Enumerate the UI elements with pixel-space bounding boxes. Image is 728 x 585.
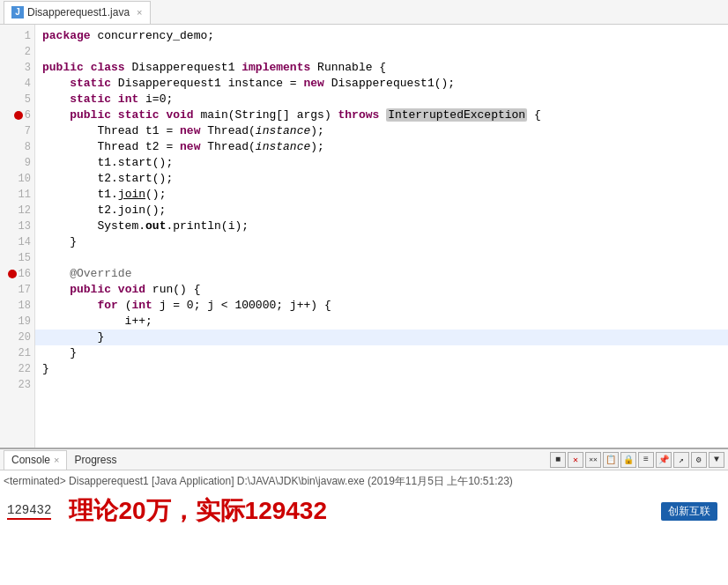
line-numbers: 1 2 3 4 5 6 7 8 9 10 11 12 13 14 15 16 1…: [0, 25, 35, 449]
java-icon: J: [11, 6, 24, 19]
code-line-4: static Disapperequest1 instance = new Di…: [35, 76, 728, 92]
pin-button[interactable]: 📌: [656, 452, 672, 468]
code-line-15: [35, 250, 728, 266]
minimize-button[interactable]: ▼: [709, 452, 724, 468]
code-content: package concurrency_demo; public class D…: [35, 25, 728, 449]
code-line-5: static int i=0;: [35, 92, 728, 107]
line-num-12: 12: [0, 203, 34, 218]
line-num-2: 2: [0, 44, 34, 60]
code-line-19: i++;: [35, 314, 728, 330]
tab-close-icon[interactable]: ×: [137, 7, 142, 18]
line-num-6: 6: [0, 107, 34, 123]
console-tab[interactable]: Console ×: [4, 450, 67, 470]
code-line-3: public class Disapperequest1 implements …: [35, 60, 728, 76]
terminate-button[interactable]: ✕: [568, 452, 583, 468]
logo-text: 创新互联: [668, 504, 710, 519]
code-line-17: public void run() {: [35, 282, 728, 298]
console-body: <terminated> Disapperequest1 [Java Appli…: [0, 470, 728, 533]
code-line-16: @Override: [35, 266, 728, 282]
console-output-value: 129432: [7, 503, 51, 520]
open-console-button[interactable]: ↗: [673, 452, 689, 468]
word-wrap-button[interactable]: ≡: [638, 452, 654, 468]
code-line-6: public static void main(String[] args) t…: [35, 107, 728, 123]
code-line-14: }: [35, 234, 728, 250]
line-num-16: 16: [0, 266, 34, 282]
progress-tab-label: Progress: [74, 454, 116, 466]
code-line-22: }: [35, 361, 728, 377]
code-line-7: Thread t1 = new Thread(instance);: [35, 123, 728, 139]
tab-filename: Disapperequest1.java: [27, 6, 130, 19]
code-line-23: [35, 377, 728, 393]
code-line-8: Thread t2 = new Thread(instance);: [35, 139, 728, 155]
editor-container: J Disapperequest1.java × 1 2 3 4 5 6 7 8…: [0, 0, 728, 449]
line-num-1: 1: [0, 28, 34, 44]
console-tab-close[interactable]: ×: [54, 455, 59, 465]
clear-button[interactable]: 📋: [603, 452, 619, 468]
code-line-12: t2.join();: [35, 203, 728, 218]
code-line-20: }: [35, 330, 728, 345]
line-num-22: 22: [0, 361, 34, 377]
line-num-9: 9: [0, 155, 34, 171]
code-area: 1 2 3 4 5 6 7 8 9 10 11 12 13 14 15 16 1…: [0, 25, 728, 449]
line-num-19: 19: [0, 314, 34, 330]
console-toolbar: ■ ✕ ✕✕ 📋 🔒 ≡ 📌 ↗ ⚙ ▼: [550, 452, 728, 468]
annotation-text: 理论20万，实际129432: [51, 494, 661, 528]
line-num-3: 3: [0, 60, 34, 76]
code-line-11: t1.join();: [35, 187, 728, 203]
line-num-13: 13: [0, 218, 34, 234]
line-num-17: 17: [0, 282, 34, 298]
code-line-18: for (int j = 0; j < 100000; j++) {: [35, 298, 728, 314]
line-num-4: 4: [0, 76, 34, 92]
console-tab-label: Console: [11, 454, 50, 466]
logo-area: 创新互联: [661, 502, 717, 521]
line-num-8: 8: [0, 139, 34, 155]
scroll-lock-button[interactable]: 🔒: [620, 452, 636, 468]
line-num-11: 11: [0, 187, 34, 203]
line-num-7: 7: [0, 123, 34, 139]
terminate-all-button[interactable]: ✕✕: [585, 452, 601, 468]
code-line-13: System.out.println(i);: [35, 218, 728, 234]
stop-button[interactable]: ■: [550, 452, 566, 468]
console-tab-bar: Console × Progress ■ ✕ ✕✕ 📋 🔒 ≡ 📌 ↗ ⚙ ▼: [0, 449, 728, 470]
line-num-23: 23: [0, 377, 34, 393]
line-num-20: 20: [0, 330, 34, 345]
line-num-10: 10: [0, 171, 34, 187]
code-line-9: t1.start();: [35, 155, 728, 171]
console-main-content: 129432 理论20万，实际129432 创新互联: [4, 491, 724, 531]
line-num-14: 14: [0, 234, 34, 250]
settings-button[interactable]: ⚙: [691, 452, 707, 468]
progress-tab[interactable]: Progress: [67, 450, 123, 470]
tab-bar: J Disapperequest1.java ×: [0, 0, 728, 25]
editor-tab[interactable]: J Disapperequest1.java ×: [4, 1, 151, 24]
line-num-21: 21: [0, 345, 34, 361]
code-line-21: }: [35, 345, 728, 361]
terminated-text: <terminated> Disapperequest1 [Java Appli…: [4, 472, 724, 491]
console-container: Console × Progress ■ ✕ ✕✕ 📋 🔒 ≡ 📌 ↗ ⚙ ▼ …: [0, 449, 728, 585]
line-num-18: 18: [0, 298, 34, 314]
line-num-5: 5: [0, 92, 34, 107]
line-num-15: 15: [0, 250, 34, 266]
code-line-1: package concurrency_demo;: [35, 28, 728, 44]
code-line-10: t2.start();: [35, 171, 728, 187]
code-line-2: [35, 44, 728, 60]
